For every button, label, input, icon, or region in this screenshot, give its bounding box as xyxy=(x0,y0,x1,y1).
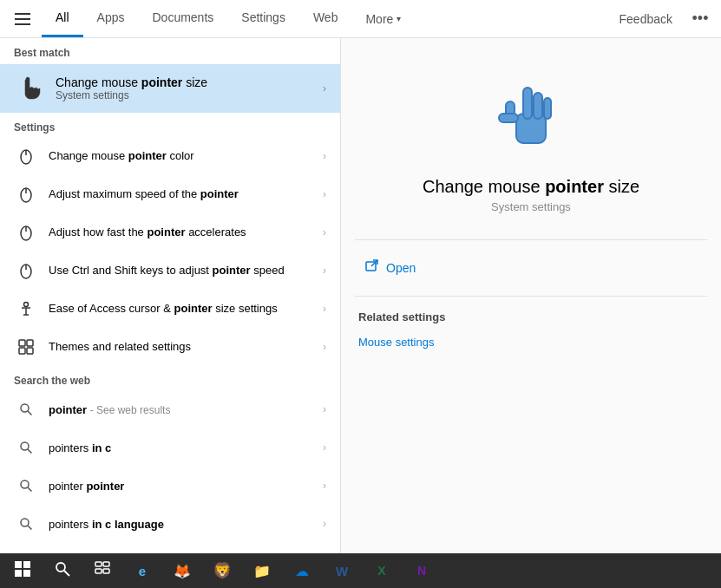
chevron-down-icon: ▾ xyxy=(397,14,401,23)
related-label: Related settings xyxy=(358,310,704,323)
tab-all[interactable]: All xyxy=(42,0,83,37)
open-icon xyxy=(365,259,379,277)
themes-chevron: › xyxy=(323,341,326,353)
task-view-button[interactable] xyxy=(83,555,121,586)
svg-rect-9 xyxy=(19,340,25,346)
task-view-icon xyxy=(95,561,110,581)
best-match-label: Best match xyxy=(0,38,340,64)
search-icon-3 xyxy=(14,474,38,498)
svg-line-18 xyxy=(28,487,32,492)
settings-section-label: Settings xyxy=(0,113,340,137)
word-button[interactable]: W xyxy=(323,555,361,586)
web-item-3-chevron: › xyxy=(323,480,326,492)
tabs-container: All Apps Documents Settings Web More ▾ xyxy=(42,0,613,37)
best-match-chevron: › xyxy=(323,82,326,95)
svg-line-14 xyxy=(28,411,32,415)
preview-cursor-icon xyxy=(488,73,574,160)
svg-rect-12 xyxy=(27,348,33,354)
taskbar-search-icon xyxy=(55,561,70,581)
best-match-item[interactable]: Change mouse pointer size System setting… xyxy=(0,64,340,113)
firefox-icon: 🦊 xyxy=(174,563,191,579)
right-panel: Change mouse pointer size System setting… xyxy=(341,38,721,588)
pointer-color-text: Change mouse pointer color xyxy=(49,148,312,164)
web-item-1-text: pointer - See web results xyxy=(49,403,312,416)
preview-subtitle: System settings xyxy=(491,200,571,213)
svg-rect-25 xyxy=(534,93,542,119)
ctrl-shift-chevron: › xyxy=(323,265,326,277)
start-button[interactable] xyxy=(3,555,42,586)
tab-actions: Feedback ••• xyxy=(613,5,714,33)
pointer-color-chevron: › xyxy=(323,150,326,162)
taskbar-search[interactable] xyxy=(43,555,82,586)
mouse-icon-2 xyxy=(14,182,38,206)
svg-rect-24 xyxy=(523,88,532,119)
feedback-button[interactable]: Feedback xyxy=(613,9,679,29)
web-item-1-chevron: › xyxy=(323,403,326,415)
list-item-ctrl-shift[interactable]: Use Ctrl and Shift keys to adjust pointe… xyxy=(0,252,340,290)
mouse-icon-1 xyxy=(14,144,38,168)
ease-access-icon xyxy=(14,297,38,321)
mouse-icon-4 xyxy=(14,258,38,283)
preview-title: Change mouse pointer size xyxy=(423,177,639,197)
open-btn-area: Open xyxy=(341,240,721,296)
open-label: Open xyxy=(386,261,416,275)
web-item-2-chevron: › xyxy=(323,441,326,454)
web-item-1[interactable]: pointer - See web results › xyxy=(0,390,340,428)
tab-apps[interactable]: Apps xyxy=(83,0,139,37)
related-settings: Related settings Mouse settings xyxy=(341,297,721,366)
acceleration-chevron: › xyxy=(323,226,326,238)
word-icon: W xyxy=(336,564,348,578)
brave-button[interactable]: 🦁 xyxy=(203,555,241,586)
hamburger-button[interactable] xyxy=(7,3,38,35)
max-speed-text: Adjust maximum speed of the pointer xyxy=(49,186,312,202)
svg-rect-27 xyxy=(544,98,551,119)
search-icon-4 xyxy=(14,512,38,536)
onedrive-button[interactable]: ☁ xyxy=(283,555,321,586)
file-explorer-button[interactable]: 📁 xyxy=(243,555,281,586)
svg-line-20 xyxy=(28,526,32,530)
themes-icon xyxy=(14,335,38,359)
onedrive-icon: ☁ xyxy=(295,563,309,579)
left-panel: Best match Change mouse pointer size Sys… xyxy=(0,38,341,588)
web-item-3[interactable]: pointer pointer › xyxy=(0,467,340,505)
themes-text: Themes and related settings xyxy=(49,339,312,355)
open-button[interactable]: Open xyxy=(358,254,704,282)
edge-button[interactable]: e xyxy=(123,555,161,586)
web-item-2-text: pointers in c xyxy=(49,441,312,454)
max-speed-chevron: › xyxy=(323,188,326,200)
svg-line-30 xyxy=(371,260,377,266)
web-item-3-text: pointer pointer xyxy=(49,480,312,493)
tab-web[interactable]: Web xyxy=(299,0,352,37)
list-item-max-speed[interactable]: Adjust maximum speed of the pointer › xyxy=(0,175,340,213)
onenote-button[interactable]: N xyxy=(403,555,441,586)
best-match-text: Change mouse pointer size System setting… xyxy=(56,75,312,101)
list-item-pointer-color[interactable]: Change mouse pointer color › xyxy=(0,137,340,175)
list-item-ease-access[interactable]: Ease of Access cursor & pointer size set… xyxy=(0,290,340,328)
onenote-icon: N xyxy=(417,564,426,578)
acceleration-text: Adjust how fast the pointer accelerates xyxy=(49,225,312,240)
mouse-settings-link[interactable]: Mouse settings xyxy=(358,332,704,352)
edge-icon: e xyxy=(139,564,146,578)
best-match-title: Change mouse pointer size xyxy=(56,75,312,89)
ctrl-shift-text: Use Ctrl and Shift keys to adjust pointe… xyxy=(49,263,312,278)
web-item-4[interactable]: pointers in c language › xyxy=(0,505,340,543)
excel-button[interactable]: X xyxy=(363,555,401,586)
tab-settings[interactable]: Settings xyxy=(227,0,299,37)
svg-point-13 xyxy=(21,404,29,412)
tab-documents[interactable]: Documents xyxy=(138,0,227,37)
firefox-button[interactable]: 🦊 xyxy=(163,555,201,586)
ellipsis-button[interactable]: ••• xyxy=(686,5,714,33)
web-section-label: Search the web xyxy=(0,366,340,390)
ease-access-text: Ease of Access cursor & pointer size set… xyxy=(49,301,312,317)
svg-rect-28 xyxy=(499,114,518,122)
mouse-icon-3 xyxy=(14,220,38,245)
svg-point-35 xyxy=(56,563,65,572)
svg-line-36 xyxy=(64,571,69,576)
search-icon-2 xyxy=(14,435,38,460)
list-item-acceleration[interactable]: Adjust how fast the pointer accelerates … xyxy=(0,213,340,252)
svg-point-17 xyxy=(21,480,29,488)
web-item-2[interactable]: pointers in c › xyxy=(0,428,340,467)
list-item-themes[interactable]: Themes and related settings › xyxy=(0,328,340,366)
tab-more[interactable]: More ▾ xyxy=(351,2,415,36)
start-icon xyxy=(15,561,30,581)
